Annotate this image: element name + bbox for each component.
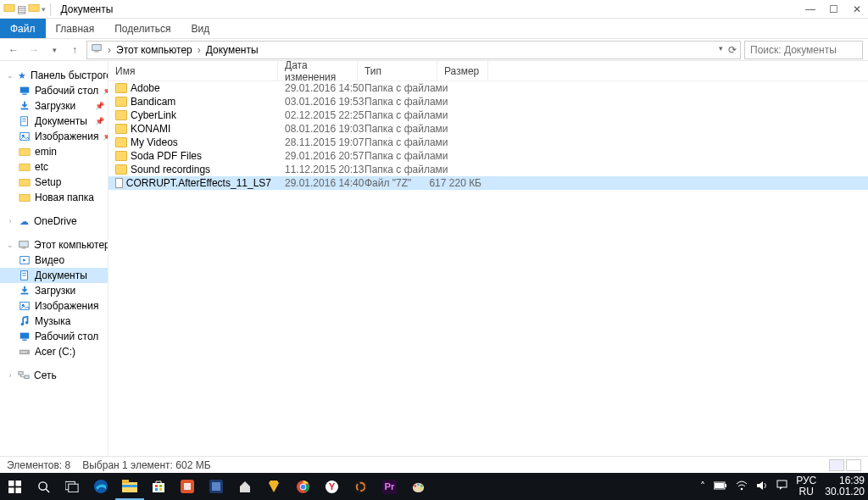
tab-share[interactable]: Поделиться xyxy=(104,19,181,38)
collapse-icon[interactable]: ⌄ xyxy=(7,241,14,249)
back-button[interactable]: ← xyxy=(5,44,22,56)
tree-quick-item[interactable]: etc xyxy=(0,159,108,175)
taskbar-app-house[interactable] xyxy=(231,473,259,500)
tree-pc-item[interactable]: Документы xyxy=(0,268,108,283)
tree-pc-item[interactable]: Acer (C:) xyxy=(0,344,108,359)
taskbar-edge[interactable] xyxy=(86,473,115,500)
tree-pc-item[interactable]: Рабочий стол xyxy=(0,329,108,344)
svg-rect-28 xyxy=(22,340,26,341)
maximize-button[interactable]: ☐ xyxy=(829,3,837,15)
taskbar-chrome[interactable] xyxy=(288,473,317,500)
view-details-icon[interactable] xyxy=(829,459,844,471)
tree-quick-access[interactable]: ⌄ ★ Панель быстрого до xyxy=(0,68,108,83)
tab-home[interactable]: Главная xyxy=(46,19,105,38)
taskbar-app-yellow[interactable] xyxy=(259,473,288,500)
taskbar-app-orange[interactable] xyxy=(173,473,202,500)
tree-pc-item[interactable]: Изображения xyxy=(0,298,108,314)
column-name[interactable]: Имя xyxy=(108,61,278,81)
file-type: Папка с файлами xyxy=(358,136,437,148)
tree-this-pc[interactable]: ⌄ Этот компьютер xyxy=(0,237,108,253)
address-dropdown-icon[interactable]: ▾ xyxy=(719,44,723,56)
forward-button[interactable]: → xyxy=(25,44,42,56)
tray-battery-icon[interactable] xyxy=(714,481,727,492)
file-row[interactable]: Soda PDF Files29.01.2016 20:57Папка с фа… xyxy=(108,149,868,163)
taskbar-yandex[interactable]: Y xyxy=(317,473,346,500)
file-row[interactable]: Bandicam03.01.2016 19:53Папка с файлами xyxy=(108,95,868,108)
file-row[interactable]: Adobe29.01.2016 14:50Папка с файлами xyxy=(108,81,868,95)
tree-network[interactable]: › Сеть xyxy=(0,368,108,383)
file-row[interactable]: Sound recordings11.12.2015 20:13Папка с … xyxy=(108,163,868,176)
tray-wifi-icon[interactable] xyxy=(736,481,748,493)
tray-volume-icon[interactable] xyxy=(756,481,768,493)
folder-icon xyxy=(115,97,127,107)
taskbar-store[interactable] xyxy=(144,473,173,500)
taskbar-premiere[interactable]: Pr xyxy=(375,473,403,500)
tree-quick-item[interactable]: Загрузки📌 xyxy=(0,98,108,114)
folder-icon xyxy=(19,146,31,158)
breadcrumb-this-pc[interactable]: Этот компьютер xyxy=(116,44,192,56)
pc-icon xyxy=(18,239,30,251)
ribbon-help-icon[interactable] xyxy=(854,19,868,38)
tree-quick-item[interactable]: emin xyxy=(0,144,108,159)
qat-dropdown-icon[interactable]: ▾ xyxy=(42,5,46,14)
search-input[interactable]: Поиск: Документы xyxy=(744,41,863,59)
tree-pc-item[interactable]: Видео xyxy=(0,253,108,268)
column-size[interactable]: Размер xyxy=(437,61,488,81)
file-row[interactable]: CORRUPT.AfterEffects_11_LS729.01.2016 14… xyxy=(108,176,868,190)
minimize-button[interactable]: — xyxy=(805,3,814,15)
tree-quick-item[interactable]: Документы📌 xyxy=(0,114,108,129)
network-icon xyxy=(18,369,30,381)
tray-notification-icon[interactable] xyxy=(776,480,787,493)
tree-quick-item[interactable]: Рабочий стол📌 xyxy=(0,83,108,98)
properties-icon[interactable]: ▤ xyxy=(17,3,26,15)
folder-icon xyxy=(115,83,127,93)
file-row[interactable]: CyberLink02.12.2015 22:25Папка с файлами xyxy=(108,108,868,122)
tree-quick-item[interactable]: Setup xyxy=(0,175,108,190)
file-type: Папка с файлами xyxy=(358,150,437,162)
recent-dropdown-icon[interactable]: ▾ xyxy=(46,46,63,54)
svg-rect-0 xyxy=(4,5,14,12)
file-type: Папка с файлами xyxy=(358,123,437,135)
task-view-icon[interactable] xyxy=(58,473,86,500)
tree-onedrive[interactable]: › ☁ OneDrive xyxy=(0,214,108,229)
tree-pc-item[interactable]: Музыка xyxy=(0,314,108,329)
search-icon[interactable] xyxy=(29,473,58,500)
chevron-right-icon[interactable]: › xyxy=(198,44,201,56)
collapse-icon[interactable]: ⌄ xyxy=(7,71,14,80)
file-icon xyxy=(115,178,123,188)
taskbar-app-blue[interactable] xyxy=(202,473,231,500)
taskbar-explorer[interactable] xyxy=(115,473,144,500)
column-type[interactable]: Тип xyxy=(358,61,437,81)
svg-line-38 xyxy=(46,489,49,492)
tray-lang2[interactable]: RU xyxy=(796,486,816,497)
start-button[interactable] xyxy=(0,473,29,500)
taskbar-paint[interactable] xyxy=(403,473,432,500)
address-bar[interactable]: › Этот компьютер › Документы ▾ ⟳ xyxy=(86,41,741,59)
up-button[interactable]: ↑ xyxy=(66,44,83,56)
tree-pc-item[interactable]: Загрузки xyxy=(0,283,108,298)
tray-expand-icon[interactable]: ˄ xyxy=(700,481,705,492)
desktop-icon xyxy=(19,331,31,342)
open-folder-icon[interactable] xyxy=(28,2,40,16)
refresh-icon[interactable]: ⟳ xyxy=(728,44,737,56)
svg-rect-33 xyxy=(8,481,14,486)
tree-quick-item[interactable]: Новая папка xyxy=(0,190,108,205)
breadcrumb-documents[interactable]: Документы xyxy=(206,44,259,56)
tab-view[interactable]: Вид xyxy=(181,19,220,38)
close-button[interactable]: ✕ xyxy=(853,3,861,15)
chevron-right-icon[interactable]: › xyxy=(108,44,111,56)
file-row[interactable]: My Videos28.11.2015 19:07Папка с файлами xyxy=(108,136,868,149)
pin-icon: 📌 xyxy=(95,117,108,125)
svg-rect-4 xyxy=(20,87,30,93)
tree-label: Изображения xyxy=(35,300,98,312)
taskbar-app-round[interactable] xyxy=(346,473,375,500)
file-type: Папка с файлами xyxy=(358,109,437,121)
view-large-icon[interactable] xyxy=(846,459,861,471)
tree-quick-item[interactable]: Изображения📌 xyxy=(0,129,108,144)
file-row[interactable]: KONAMI08.01.2016 19:03Папка с файлами xyxy=(108,122,868,136)
tab-file[interactable]: Файл xyxy=(0,19,46,38)
column-date[interactable]: Дата изменения xyxy=(278,61,358,81)
tray-date[interactable]: 30.01.20 xyxy=(825,486,865,497)
svg-point-66 xyxy=(420,485,422,486)
svg-point-37 xyxy=(38,481,46,489)
